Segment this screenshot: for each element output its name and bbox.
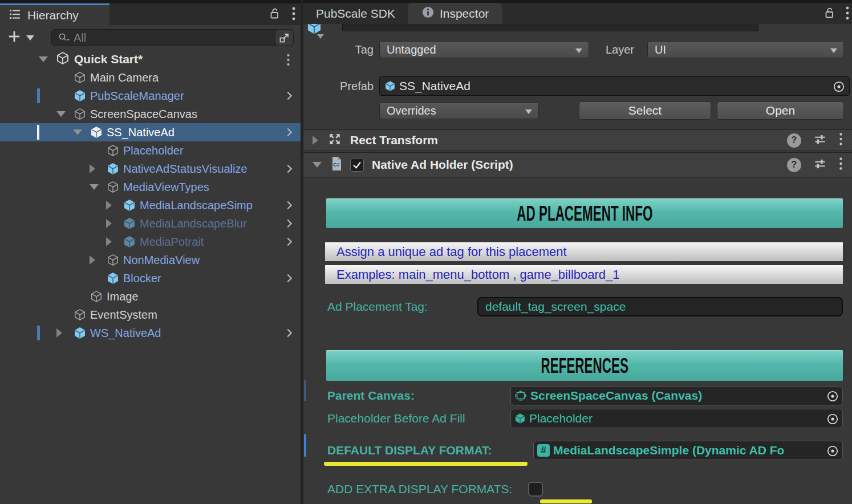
lock-icon[interactable] (267, 6, 281, 23)
hierarchy-item-label: Placeholder (123, 144, 184, 157)
search-input[interactable] (71, 31, 275, 44)
native-ad-holder-header[interactable]: C# Native Ad Holder (Script) ? (303, 152, 852, 177)
foldout-closed-icon[interactable] (90, 164, 95, 173)
layer-dropdown[interactable]: UI (647, 41, 844, 58)
ad-tag-label: Ad Placement Tag: (327, 300, 428, 314)
teal-cube-icon (514, 413, 526, 424)
prefab-override-bar (37, 88, 40, 103)
open-search-window-icon[interactable] (275, 30, 293, 46)
kebab-menu-icon[interactable] (845, 5, 850, 23)
inspector-tabbar: PubScale SDK Inspector (303, 0, 852, 24)
hierarchy-item-label: MediaLandscapeBlur (140, 217, 247, 230)
native-ad-holder-title: Native Ad Holder (Script) (372, 158, 513, 172)
prefab-override-bar (304, 380, 306, 401)
hierarchy-item-ss-nativead[interactable]: SS_NativeAd (0, 123, 301, 141)
presets-icon[interactable] (813, 132, 827, 149)
placeholder-field[interactable]: Placeholder (510, 409, 843, 428)
gameobject-cube-icon (107, 254, 119, 266)
hierarchy-item-main-camera[interactable]: Main Camera (0, 68, 301, 87)
hierarchy-toolbar (0, 25, 301, 50)
hierarchy-item-ws-nativead[interactable]: WS_NativeAd (0, 324, 301, 342)
scene-header-row[interactable]: Quick Start* (0, 50, 301, 68)
prefab-value: SS_NativeAd (399, 79, 470, 93)
foldout-open-icon[interactable] (39, 56, 48, 62)
foldout-closed-icon[interactable] (106, 237, 112, 246)
csharp-script-icon: C# (330, 156, 343, 174)
foldout-open-icon[interactable] (90, 184, 99, 190)
foldout-closed-icon[interactable] (56, 328, 62, 338)
rect-transform-icon (327, 132, 342, 149)
rect-transform-header[interactable]: Rect Transform ? (303, 129, 852, 151)
gameobject-cube-icon (90, 290, 103, 303)
gameobject-name-field[interactable] (342, 24, 758, 31)
prefab-cube-icon (74, 90, 86, 102)
prefab-chevron-icon[interactable] (283, 162, 295, 177)
foldout-open-icon[interactable] (313, 162, 322, 168)
kebab-menu-icon[interactable] (291, 6, 296, 24)
hierarchy-item-label: PubScaleManager (90, 90, 184, 103)
svg-text:C#: C# (333, 162, 340, 168)
foldout-closed-icon[interactable] (90, 255, 95, 265)
unity-editor: Hierarchy (0, 0, 852, 504)
object-picker-icon[interactable] (826, 389, 839, 405)
tag-dropdown[interactable]: Untagged (379, 41, 589, 58)
tab-hierarchy[interactable]: Hierarchy (0, 3, 109, 25)
foldout-open-icon[interactable] (56, 111, 66, 117)
help-icon[interactable]: ? (787, 133, 801, 148)
hierarchy-item-screenspacecanvas[interactable]: ScreenSpaceCanvas (0, 105, 301, 123)
scene-kebab-menu-icon[interactable] (286, 53, 290, 69)
presets-icon[interactable] (813, 156, 827, 173)
hierarchy-item-label: ScreenSpaceCanvas (90, 108, 197, 121)
prefab-chevron-icon[interactable] (283, 199, 295, 214)
default-format-field[interactable]: # MediaLandscapeSimple (Dynamic AD Fo (533, 441, 843, 460)
parent-canvas-field[interactable]: ScreenSpaceCanvas (Canvas) (510, 386, 843, 405)
search-icon[interactable] (52, 31, 71, 44)
prefab-chevron-icon[interactable] (283, 90, 295, 104)
hierarchy-item-medialandscapesimp[interactable]: MediaLandscapeSimp (0, 196, 301, 214)
extra-formats-label: ADD EXTRA DISPLAY FORMATS: (327, 482, 512, 496)
open-button[interactable]: Open (717, 101, 844, 120)
object-picker-icon[interactable] (826, 412, 839, 428)
hierarchy-item-mediapotrait[interactable]: MediaPotrait (0, 233, 301, 251)
hierarchy-item-eventsystem[interactable]: EventSystem (0, 306, 301, 324)
object-picker-icon[interactable] (826, 444, 839, 460)
foldout-closed-icon[interactable] (106, 219, 112, 228)
ad-tag-input[interactable] (477, 297, 843, 316)
foldout-open-icon[interactable] (73, 129, 82, 135)
hierarchy-item-nativeadstatusvisualize[interactable]: NativeAdStatusVisualize (0, 160, 301, 178)
help-icon[interactable]: ? (787, 158, 801, 172)
tab-pubscale-sdk[interactable]: PubScale SDK (303, 3, 408, 24)
component-enabled-checkbox[interactable] (350, 158, 364, 172)
create-menu-button[interactable] (7, 29, 34, 46)
prefab-chevron-icon[interactable] (283, 217, 295, 232)
foldout-closed-icon[interactable] (106, 201, 112, 210)
kebab-menu-icon[interactable] (839, 156, 843, 173)
hierarchy-item-nonmediaview[interactable]: NonMediaView (0, 251, 301, 269)
hierarchy-item-placeholder[interactable]: Placeholder (0, 141, 301, 160)
gameobject-prefab-icon[interactable] (306, 24, 322, 35)
foldout-closed-icon[interactable] (313, 136, 318, 145)
hierarchy-item-pubscalemanager[interactable]: PubScaleManager (0, 87, 301, 105)
tab-inspector[interactable]: Inspector (408, 3, 502, 24)
hierarchy-item-mediaviewtypes[interactable]: MediaViewTypes (0, 178, 301, 196)
kebab-menu-icon[interactable] (839, 132, 843, 149)
lock-icon[interactable] (822, 6, 836, 23)
select-button[interactable]: Select (579, 101, 711, 120)
chevron-down-icon[interactable] (317, 34, 324, 39)
prefab-chevron-icon[interactable] (283, 327, 295, 342)
extra-formats-checkbox[interactable] (528, 482, 543, 497)
hierarchy-item-medialandscapeblur[interactable]: MediaLandscapeBlur (0, 214, 301, 233)
prefab-label: Prefab (330, 80, 374, 93)
hierarchy-tree: Main Camera PubScaleManager ScreenSpaceC… (0, 68, 301, 342)
object-picker-icon[interactable] (832, 80, 846, 96)
overrides-dropdown[interactable]: Overrides (379, 102, 539, 119)
prefab-cube-icon (107, 272, 119, 284)
prefab-chevron-icon[interactable] (283, 126, 295, 141)
info-line-1: Assign a unique ad tag for this placemen… (336, 245, 567, 259)
prefab-chevron-icon[interactable] (283, 272, 295, 287)
hierarchy-item-image[interactable]: Image (0, 287, 301, 306)
prefab-chevron-icon[interactable] (283, 235, 295, 250)
prefab-object-field[interactable]: SS_NativeAd (379, 76, 850, 96)
hierarchy-item-blocker[interactable]: Blocker (0, 269, 301, 287)
scene-name: Quick Start* (74, 52, 143, 66)
